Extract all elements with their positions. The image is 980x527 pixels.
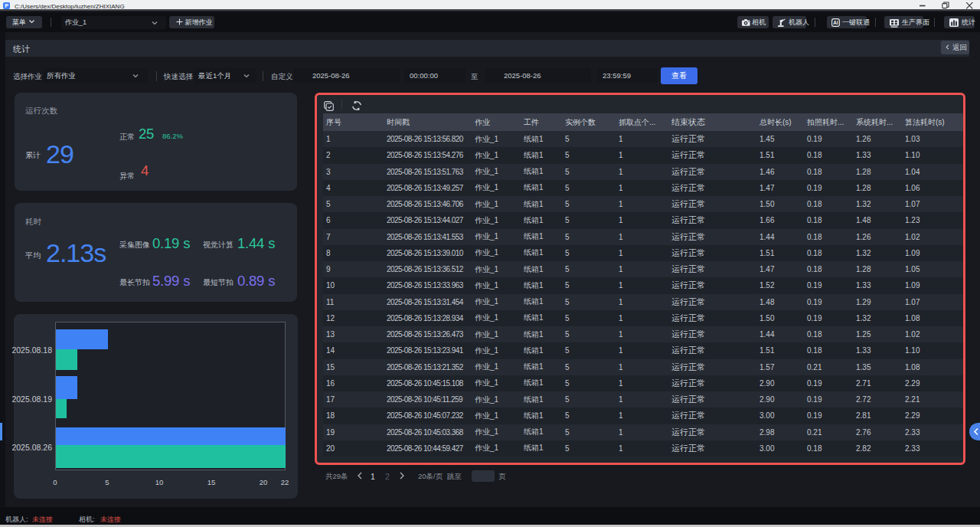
svg-text:AI: AI (833, 20, 838, 25)
